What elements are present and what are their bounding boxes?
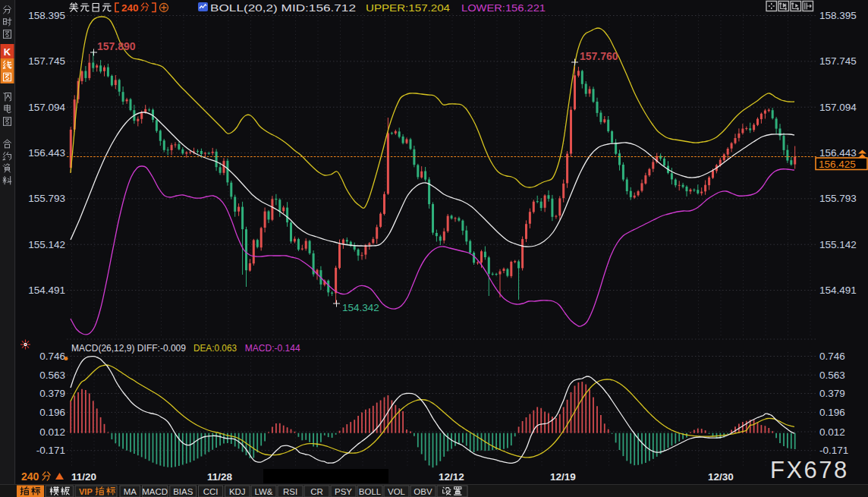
svg-text:157.094: 157.094 [28, 102, 65, 113]
svg-text:FX678: FX678 [770, 457, 849, 483]
svg-text:MA: MA [124, 487, 137, 496]
svg-text:156.443: 156.443 [819, 147, 857, 159]
svg-text:11/28: 11/28 [207, 471, 233, 483]
svg-text:240: 240 [21, 470, 39, 483]
svg-text:BIAS: BIAS [173, 487, 193, 496]
svg-text:DEA:0.063: DEA:0.063 [193, 342, 237, 354]
svg-text:155.142: 155.142 [819, 239, 857, 250]
svg-text:0.379: 0.379 [819, 388, 845, 399]
svg-text:12/30: 12/30 [708, 471, 734, 483]
svg-text:CCI: CCI [203, 487, 219, 496]
svg-text:0.196: 0.196 [39, 407, 65, 418]
svg-text:RSI: RSI [283, 487, 297, 496]
svg-text:BOLL(20,2) MID:156.712: BOLL(20,2) MID:156.712 [210, 2, 356, 14]
svg-text:240: 240 [121, 2, 139, 14]
svg-text:156.443: 156.443 [28, 147, 65, 159]
svg-text:158.395: 158.395 [28, 10, 65, 21]
svg-text:VOL: VOL [388, 487, 406, 496]
svg-text:PSY: PSY [335, 487, 352, 496]
svg-text:12/12: 12/12 [439, 471, 464, 483]
svg-text:155.793: 155.793 [28, 193, 65, 204]
svg-text:CR: CR [310, 487, 323, 496]
svg-text:157.760: 157.760 [580, 50, 618, 62]
svg-text:VIP: VIP [79, 487, 93, 496]
svg-text:157.890: 157.890 [97, 40, 136, 52]
svg-text:154.491: 154.491 [819, 285, 857, 296]
svg-text:154.342: 154.342 [342, 302, 379, 313]
svg-text:0.746: 0.746 [39, 351, 65, 362]
svg-text:-0.171: -0.171 [819, 445, 848, 456]
svg-text:11/20: 11/20 [71, 471, 96, 483]
svg-text:0.196: 0.196 [819, 407, 845, 418]
svg-text:156.425: 156.425 [819, 159, 856, 170]
svg-text:LW&: LW& [254, 487, 272, 496]
svg-text:MACD(26,12,9) DIFF:-0.009: MACD(26,12,9) DIFF:-0.009 [71, 342, 186, 354]
svg-text:0.563: 0.563 [39, 370, 65, 381]
svg-text:155.142: 155.142 [28, 239, 65, 250]
svg-text:MACD: MACD [142, 487, 168, 496]
svg-text:MACD:-0.144: MACD:-0.144 [245, 342, 300, 354]
svg-text:0.012: 0.012 [39, 426, 65, 438]
svg-text:157.094: 157.094 [819, 102, 857, 113]
svg-text:OBV: OBV [414, 487, 432, 496]
svg-text:KDJ: KDJ [229, 487, 246, 496]
svg-text:K: K [4, 46, 11, 58]
svg-text:0.012: 0.012 [819, 426, 845, 438]
svg-text:157.745: 157.745 [819, 55, 857, 67]
svg-text:0.379: 0.379 [39, 388, 65, 399]
svg-text:158.395: 158.395 [819, 10, 857, 21]
svg-text:LOWER:156.221: LOWER:156.221 [461, 2, 546, 14]
svg-text:-0.171: -0.171 [36, 445, 65, 456]
svg-text:155.793: 155.793 [819, 193, 857, 204]
svg-text:0.746: 0.746 [819, 351, 845, 362]
svg-text:UPPER:157.204: UPPER:157.204 [366, 2, 451, 14]
svg-text:12/19: 12/19 [550, 471, 576, 483]
svg-text:154.491: 154.491 [28, 285, 65, 296]
svg-text:0.563: 0.563 [819, 370, 845, 381]
svg-text:BOLL: BOLL [359, 487, 382, 496]
svg-text:157.745: 157.745 [28, 55, 65, 67]
